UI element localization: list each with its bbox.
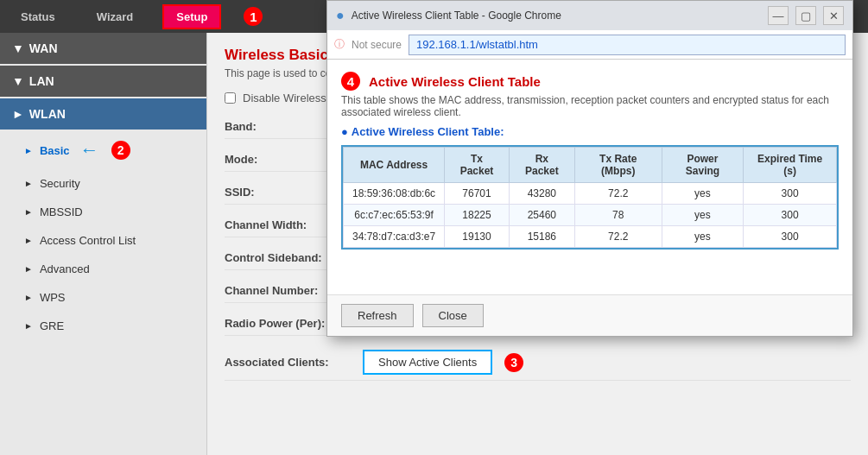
col-mac: MAC Address (344, 148, 445, 183)
refresh-button[interactable]: Refresh (341, 304, 414, 327)
chrome-maximize-button[interactable]: ▢ (795, 6, 816, 25)
table-cell: yes (662, 205, 744, 226)
table-cell: 19130 (445, 226, 510, 248)
table-cell: 18225 (445, 205, 510, 226)
table-cell: 6c:c7:ec:65:53:9f (344, 205, 445, 226)
chrome-close-button[interactable]: ✕ (823, 6, 844, 25)
chrome-logo-icon: ● (336, 8, 345, 23)
table-cell: 300 (744, 183, 837, 205)
table-header-row: MAC Address Tx Packet Rx Packet Tx Rate … (344, 148, 837, 183)
not-secure-icon: ⓘ (334, 37, 345, 52)
chrome-controls: — ▢ ✕ (768, 6, 844, 25)
chrome-minimize-button[interactable]: — (768, 6, 789, 25)
table-cell: 18:59:36:08:db:6c (344, 183, 445, 205)
popup-content: 4 Active Wireless Client Table This tabl… (327, 60, 852, 294)
client-table-wrapper: MAC Address Tx Packet Rx Packet Tx Rate … (341, 145, 839, 250)
col-expired: Expired Time (s) (744, 148, 837, 183)
chrome-addressbar: ⓘ Not secure 192.168.1.1/wlstatbl.htm (327, 30, 852, 60)
table-row: 18:59:36:08:db:6c767014328072.2yes300 (344, 183, 837, 205)
popup-buttons: Refresh Close (327, 294, 852, 336)
popup-title: 4 Active Wireless Client Table (341, 72, 839, 91)
table-cell: 300 (744, 226, 837, 248)
table-cell: 72.2 (574, 226, 662, 248)
table-row: 34:78:d7:ca:d3:e7191301518672.2yes300 (344, 226, 837, 248)
chrome-titlebar: ● Active Wireless Client Table - Google … (327, 1, 852, 30)
col-txrate: Tx Rate (Mbps) (574, 148, 662, 183)
table-cell: 76701 (445, 183, 510, 205)
chrome-window: ● Active Wireless Client Table - Google … (326, 0, 853, 337)
client-table-body: 18:59:36:08:db:6c767014328072.2yes3006c:… (344, 183, 837, 248)
table-cell: yes (662, 226, 744, 248)
popup-desc: This table shows the MAC address, transm… (341, 94, 839, 118)
popup-section-title: ● Active Wireless Client Table: (341, 125, 839, 138)
client-table: MAC Address Tx Packet Rx Packet Tx Rate … (343, 147, 837, 248)
table-cell: 34:78:d7:ca:d3:e7 (344, 226, 445, 248)
popup-overlay: ● Active Wireless Client Table - Google … (0, 0, 868, 455)
table-cell: yes (662, 183, 744, 205)
table-cell: 300 (744, 205, 837, 226)
badge-4: 4 (341, 72, 360, 91)
table-cell: 25460 (509, 205, 574, 226)
table-cell: 78 (574, 205, 662, 226)
table-cell: 15186 (509, 226, 574, 248)
col-power: Power Saving (662, 148, 744, 183)
popup-section-title-text: Active Wireless Client Table: (352, 125, 504, 138)
table-cell: 72.2 (574, 183, 662, 205)
close-button[interactable]: Close (422, 304, 484, 327)
col-tx: Tx Packet (445, 148, 510, 183)
table-row: 6c:c7:ec:65:53:9f182252546078yes300 (344, 205, 837, 226)
section-icon: ● (341, 125, 348, 138)
col-rx: Rx Packet (509, 148, 574, 183)
chrome-title: Active Wireless Client Table - Google Ch… (352, 9, 768, 22)
table-cell: 43280 (509, 183, 574, 205)
not-secure-label: Not secure (352, 39, 402, 51)
address-bar-input[interactable]: 192.168.1.1/wlstatbl.htm (409, 35, 846, 55)
popup-title-text: Active Wireless Client Table (369, 74, 541, 89)
